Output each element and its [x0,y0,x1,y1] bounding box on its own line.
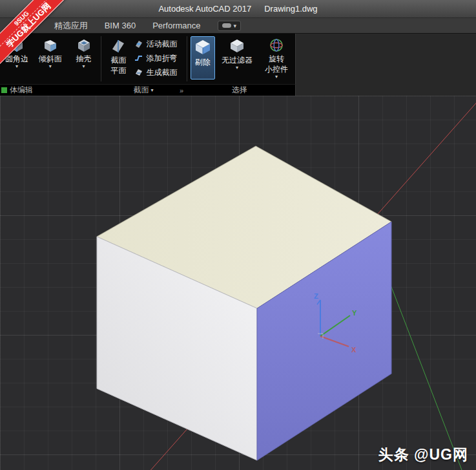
cull-icon [194,39,211,56]
chevron-down-icon: ▾ [83,64,85,69]
button-label: 添加折弯 [146,53,177,64]
button-label: 倾斜面 [39,55,62,63]
x-axis-label: X [351,346,357,354]
panel-title-solid-editing[interactable]: 体编辑 [0,85,101,96]
button-label: 小控件 [265,65,288,74]
chevron-down-icon: ▾ [49,64,52,69]
panel-title-label: 截面 [133,85,149,96]
chevron-down-icon: ▾ [150,88,153,93]
generate-section-icon [134,68,143,77]
viewport[interactable]: Z Y X 头条 @UG网 [0,96,476,470]
ribbon: 圆角边 ▾ 倾斜面 ▾ [0,34,476,96]
add-jog-icon [134,54,143,63]
ribbon-panel-footers: 体编辑 截面 ▾ » 选择 [0,84,296,96]
button-label: 活动截面 [146,39,177,50]
button-label: 圆角边 [5,55,28,63]
section-commands: 活动截面 添加折弯 生成截面 [134,36,177,79]
tab-featured-apps[interactable]: 精选应用 [54,20,88,32]
button-label: 无过滤器 [222,56,253,65]
add-jog-button[interactable]: 添加折弯 [134,52,177,65]
panel-launcher-icon[interactable]: » [180,87,183,94]
section-plane-icon [110,37,127,54]
taper-face-button[interactable]: 倾斜面 ▾ [35,36,66,69]
button-label: 抽壳 [76,55,92,63]
cull-button[interactable]: 剔除 [191,36,215,80]
panel-separator [101,36,101,81]
panel-section: 截面 平面 活动截面 添加折弯 [102,34,186,79]
no-filter-icon [229,37,245,54]
panel-title-selection[interactable]: 选择 [186,85,293,96]
document-title: Drawing1.dwg [264,4,317,14]
chevron-down-icon: ▾ [275,74,278,80]
panel-separator [187,36,187,81]
ribbon-options-dropdown[interactable]: ▾ [218,21,242,31]
panel-title-section[interactable]: 截面 ▾ » [101,85,186,96]
panel-title-label: 选择 [232,85,247,94]
live-section-button[interactable]: 活动截面 [134,37,177,50]
tab-bim-360[interactable]: BIM 360 [105,21,136,30]
panel-title-label: 体编辑 [10,85,33,96]
solid-box[interactable] [97,146,391,460]
rotate-gizmo-icon [269,37,284,53]
button-label: 截面 [110,56,126,65]
button-label: 剔除 [195,57,211,68]
chevron-down-icon: ▾ [236,65,238,70]
panel-icon [1,87,7,93]
live-section-icon [134,39,143,48]
y-axis-label: Y [352,309,357,317]
viewport-canvas[interactable]: Z Y X [0,96,476,470]
panel-selection: 剔除 无过滤器 ▾ 旋转 [188,34,295,80]
chevron-down-icon: ▾ [16,64,18,69]
button-label: 平面 [110,67,126,75]
watermark: 头条 @UG网 [378,445,468,465]
y-axis-line [383,265,465,470]
tab-performance[interactable]: Performance [152,21,200,30]
autocad-window: Autodesk AutoCAD 2017 Drawing1.dwg 360 精… [0,0,476,470]
generate-section-button[interactable]: 生成截面 [134,66,177,79]
shell-button[interactable]: 抽壳 ▾ [68,36,99,69]
app-title: Autodesk AutoCAD 2017 [158,4,251,14]
title-bar[interactable]: Autodesk AutoCAD 2017 Drawing1.dwg [0,0,476,18]
shell-icon [76,37,92,53]
ribbon-panels: 圆角边 ▾ 倾斜面 ▾ [0,34,296,84]
taper-face-icon [43,37,58,53]
button-label: 旋转 [269,55,284,63]
button-label: 生成截面 [146,67,177,78]
chevron-down-icon: ▾ [234,23,237,28]
cloud-icon [222,23,231,28]
z-axis-label: Z [314,292,318,300]
section-plane-button[interactable]: 截面 平面 [102,36,134,79]
ribbon-tab-bar: 360 精选应用 BIM 360 Performance ▾ [0,18,476,34]
rotate-gizmo-button[interactable]: 旋转 小控件 ▾ [259,36,294,80]
filter-dropdown-button[interactable]: 无过滤器 ▾ [218,36,256,80]
